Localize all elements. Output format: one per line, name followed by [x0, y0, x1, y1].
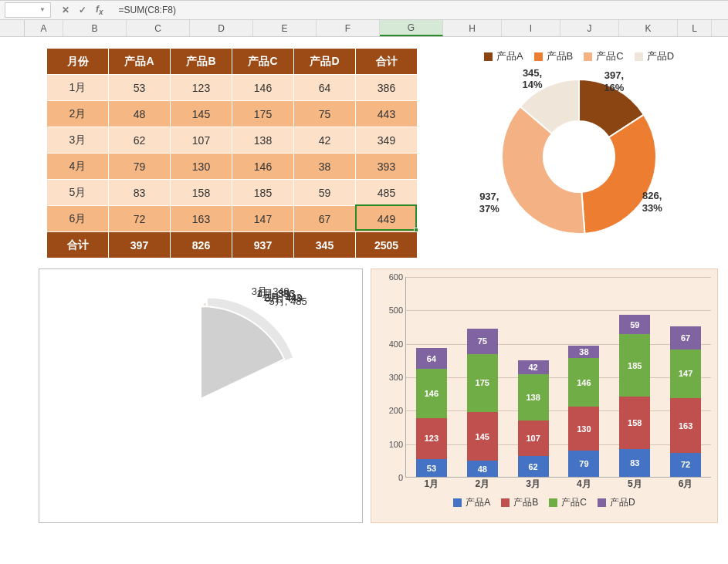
y-tick: 100	[380, 440, 403, 449]
table-cell[interactable]: 485	[356, 180, 418, 206]
col-header-J[interactable]: J	[560, 20, 619, 36]
formula-input[interactable]: =SUM(C8:F8)	[114, 5, 728, 15]
table-cell[interactable]: 83	[109, 180, 171, 206]
table-cell[interactable]: 5月	[47, 180, 109, 206]
table-header[interactable]: 产品A	[109, 49, 171, 75]
table-cell[interactable]: 75	[294, 101, 356, 127]
bar-column[interactable]: 59185158835月	[619, 315, 650, 477]
bar-segment: 175	[467, 354, 498, 413]
cancel-icon[interactable]: ✕	[62, 5, 69, 15]
table-cell[interactable]: 138	[232, 127, 294, 154]
table-cell[interactable]: 38	[294, 154, 356, 180]
col-header-B[interactable]: B	[63, 20, 127, 36]
table-cell[interactable]: 72	[109, 206, 171, 232]
table-row: 5月8315818559485	[47, 180, 418, 206]
bar-segment: 59	[619, 315, 650, 335]
table-cell[interactable]: 175	[232, 101, 294, 127]
col-header-C[interactable]: C	[127, 20, 190, 36]
table-cell[interactable]: 146	[232, 75, 294, 101]
table-header[interactable]: 产品B	[171, 49, 232, 75]
x-tick: 4月	[568, 478, 599, 491]
bar-column[interactable]: 75175145482月	[467, 329, 498, 477]
table-cell[interactable]: 163	[171, 206, 232, 232]
col-header-I[interactable]: I	[502, 20, 560, 36]
table-header[interactable]: 合计	[356, 49, 418, 75]
table-cell[interactable]: 53	[109, 75, 171, 101]
table-cell[interactable]: 146	[232, 154, 294, 180]
table-cell[interactable]: 64	[294, 75, 356, 101]
col-header-G[interactable]: G	[380, 20, 443, 36]
table-cell[interactable]: 386	[356, 75, 418, 101]
name-box[interactable]: ▼	[5, 2, 51, 18]
table-cell[interactable]: 145	[171, 101, 232, 127]
table-cell[interactable]: 3月	[47, 127, 109, 154]
pie-chart[interactable]: 1月, 3862月, 4433月, 3494月, 3935月, 4856月, 4…	[39, 268, 363, 523]
table-footer-cell[interactable]: 937	[232, 232, 294, 258]
table-cell[interactable]: 42	[294, 127, 356, 154]
bar-plot-area: 010020030040050060064146123531月751751454…	[405, 277, 711, 478]
select-all-corner[interactable]	[0, 20, 25, 36]
formula-bar: ▼ ✕ ✓ fx =SUM(C8:F8)	[0, 0, 728, 20]
donut-slice[interactable]	[581, 115, 656, 234]
pie-slice[interactable]	[201, 306, 284, 399]
chevron-down-icon: ▼	[39, 3, 46, 17]
table-header[interactable]: 产品D	[294, 49, 356, 75]
table-cell[interactable]: 130	[171, 154, 232, 180]
table-cell[interactable]: 59	[294, 180, 356, 206]
table-cell[interactable]: 48	[109, 101, 171, 127]
table-cell[interactable]: 349	[356, 127, 418, 154]
donut-label: 826,33%	[642, 190, 662, 214]
col-header-K[interactable]: K	[619, 20, 678, 36]
col-header-L[interactable]: L	[678, 20, 712, 36]
table-cell[interactable]: 449	[356, 206, 418, 232]
bar-segment: 146	[568, 358, 599, 407]
fx-icon[interactable]: fx	[96, 4, 103, 16]
table-cell[interactable]: 67	[294, 206, 356, 232]
table-cell[interactable]: 1月	[47, 75, 109, 101]
table-footer-cell[interactable]: 2505	[356, 232, 418, 258]
table-cell[interactable]: 147	[232, 206, 294, 232]
bar-column[interactable]: 38146130794月	[568, 346, 599, 477]
bar-column[interactable]: 67147163726月	[670, 326, 701, 477]
bar-segment: 123	[416, 418, 447, 459]
table-cell[interactable]: 185	[232, 180, 294, 206]
col-header-E[interactable]: E	[253, 20, 317, 36]
donut-chart[interactable]: 产品A产品B产品C产品D 397,16%826,33%937,37%345,14…	[440, 45, 718, 261]
table-cell[interactable]: 4月	[47, 154, 109, 180]
bar-segment: 48	[467, 461, 498, 477]
table-footer-cell[interactable]: 345	[294, 232, 356, 258]
bar-column[interactable]: 64146123531月	[416, 348, 447, 477]
donut-label: 397,16%	[604, 69, 624, 93]
confirm-icon[interactable]: ✓	[79, 5, 86, 15]
table-header[interactable]: 月份	[47, 49, 109, 75]
bar-segment: 145	[467, 412, 498, 461]
table-cell[interactable]: 6月	[47, 206, 109, 232]
x-tick: 5月	[619, 478, 650, 491]
bar-column[interactable]: 42138107623月	[518, 360, 549, 477]
table-header[interactable]: 产品C	[232, 49, 294, 75]
bar-segment: 79	[568, 451, 599, 477]
col-header-A[interactable]: A	[25, 20, 63, 36]
bar-segment: 72	[670, 453, 701, 477]
table-cell[interactable]: 2月	[47, 101, 109, 127]
table-footer-cell[interactable]: 397	[109, 232, 171, 258]
table-cell[interactable]: 158	[171, 180, 232, 206]
stacked-bar-chart[interactable]: 010020030040050060064146123531月751751454…	[371, 268, 718, 523]
col-header-H[interactable]: H	[443, 20, 502, 36]
table-cell[interactable]: 123	[171, 75, 232, 101]
donut-label: 345,14%	[523, 67, 543, 91]
col-header-D[interactable]: D	[190, 20, 253, 36]
table-footer-cell[interactable]: 合计	[47, 232, 109, 258]
col-header-F[interactable]: F	[317, 20, 380, 36]
x-tick: 6月	[670, 478, 701, 491]
table-cell[interactable]: 443	[356, 101, 418, 127]
table-cell[interactable]: 107	[171, 127, 232, 154]
table-cell[interactable]: 79	[109, 154, 171, 180]
column-headers: ABCDEFGHIJKL	[0, 20, 728, 37]
bar-segment: 64	[416, 348, 447, 370]
bar-segment: 130	[568, 407, 599, 450]
table-footer-cell[interactable]: 826	[171, 232, 232, 258]
table-cell[interactable]: 393	[356, 154, 418, 180]
legend-item: 产品C	[584, 49, 623, 63]
table-cell[interactable]: 62	[109, 127, 171, 154]
